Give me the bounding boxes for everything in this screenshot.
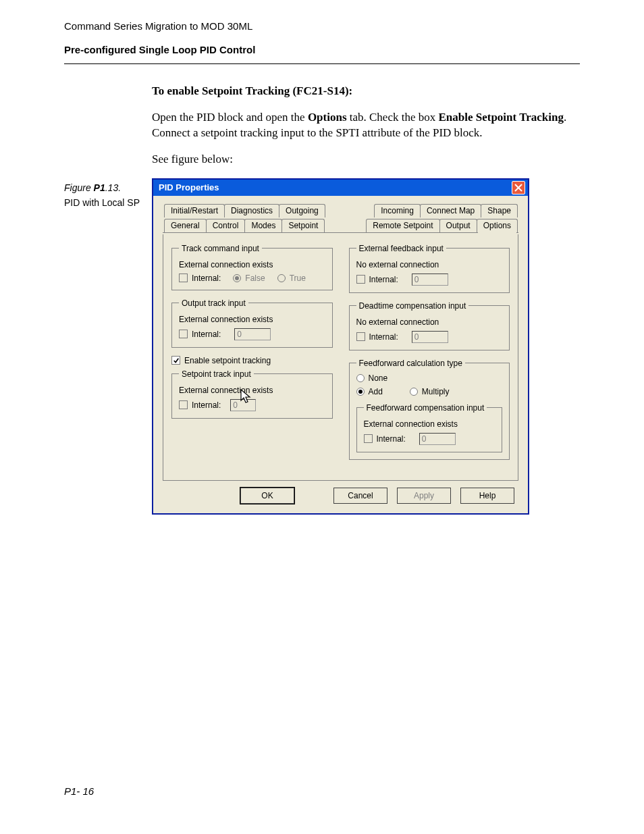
checkbox-internal[interactable] bbox=[179, 330, 188, 338]
radio-multiply[interactable] bbox=[410, 388, 418, 396]
legend: Feedforward calculation type bbox=[356, 359, 465, 368]
legend: Deadtime compensation input bbox=[356, 301, 469, 311]
status-text: External connection exists bbox=[179, 260, 325, 269]
paragraph-2: See figure below: bbox=[152, 152, 580, 167]
status-text: External connection exists bbox=[179, 386, 325, 395]
checkbox-internal[interactable] bbox=[356, 332, 365, 341]
group-external-feedback-input: External feedback input No external conn… bbox=[349, 244, 510, 293]
label-internal: Internal: bbox=[192, 273, 221, 283]
label-add: Add bbox=[369, 387, 383, 396]
figure-caption: PID with Local SP bbox=[64, 197, 145, 208]
p1d: Enable Setpoint Tracking bbox=[438, 111, 563, 124]
figure-label: Figure P1.13. bbox=[64, 182, 145, 193]
legend: Feedforward compensation input bbox=[364, 403, 487, 413]
ok-button[interactable]: OK bbox=[240, 488, 294, 504]
group-track-command-input: Track command input External connection … bbox=[171, 244, 333, 290]
status-text: External connection exists bbox=[364, 419, 495, 429]
tab-setpoint[interactable]: Setpoint bbox=[281, 219, 325, 232]
tab-connect-map[interactable]: Connect Map bbox=[420, 204, 481, 217]
fl-a: Figure bbox=[64, 182, 94, 193]
label-true: True bbox=[290, 273, 306, 283]
tab-outgoing[interactable]: Outgoing bbox=[279, 204, 325, 217]
cancel-button[interactable]: Cancel bbox=[333, 488, 387, 504]
group-setpoint-track-input: Setpoint track input External connection… bbox=[171, 369, 333, 419]
group-feedforward-compensation-input: Feedforward compensation input External … bbox=[356, 403, 503, 452]
tab-incoming[interactable]: Incoming bbox=[374, 204, 421, 217]
p1a: Open the PID block and open the bbox=[152, 111, 308, 124]
legend: External feedback input bbox=[356, 244, 446, 253]
apply-button[interactable]: Apply bbox=[397, 488, 451, 504]
value-box[interactable]: 0 bbox=[412, 273, 448, 286]
titlebar[interactable]: PID Properties bbox=[153, 180, 528, 196]
checkbox-internal[interactable] bbox=[179, 273, 188, 282]
legend: Output track input bbox=[179, 298, 248, 308]
checkbox-internal[interactable] bbox=[364, 434, 373, 443]
fl-b: P1 bbox=[94, 182, 105, 193]
tab-control[interactable]: Control bbox=[206, 219, 246, 232]
value-box[interactable]: 0 bbox=[230, 399, 256, 411]
tab-diagnostics[interactable]: Diagnostics bbox=[224, 204, 279, 217]
tab-output[interactable]: Output bbox=[439, 219, 477, 232]
fl-c: .13. bbox=[105, 182, 121, 193]
radio-false[interactable] bbox=[233, 274, 241, 282]
page-number: P1- 16 bbox=[64, 785, 94, 797]
pid-properties-dialog: PID Properties Initial/Restart Diagnosti… bbox=[152, 178, 529, 515]
status-text: No external connection bbox=[356, 317, 503, 327]
section-title: Pre-configured Single Loop PID Control bbox=[64, 44, 580, 55]
radio-true[interactable] bbox=[277, 274, 286, 282]
group-output-track-input: Output track input External connection e… bbox=[171, 298, 333, 348]
p1c: tab. Check the box bbox=[347, 111, 439, 124]
label-enable-setpoint-tracking: Enable setpoint tracking bbox=[184, 356, 271, 365]
window-title: PID Properties bbox=[159, 182, 219, 192]
tab-modes[interactable]: Modes bbox=[244, 219, 282, 232]
legend: Track command input bbox=[179, 244, 262, 253]
label-internal: Internal: bbox=[377, 434, 406, 444]
label-internal: Internal: bbox=[192, 330, 221, 339]
label-internal: Internal: bbox=[369, 332, 398, 342]
paragraph-1: Open the PID block and open the Options … bbox=[152, 110, 580, 141]
group-feedforward-calc-type: Feedforward calculation type None Add bbox=[349, 359, 510, 460]
value-box[interactable]: 0 bbox=[234, 328, 271, 340]
value-box[interactable]: 0 bbox=[412, 331, 448, 343]
group-deadtime-compensation-input: Deadtime compensation input No external … bbox=[349, 301, 510, 350]
label-multiply: Multiply bbox=[422, 387, 450, 396]
label-none: None bbox=[369, 373, 388, 383]
radio-none[interactable] bbox=[356, 374, 365, 382]
doc-title: Command Series Migration to MOD 30ML bbox=[64, 20, 580, 32]
rule bbox=[64, 63, 580, 64]
value-box[interactable]: 0 bbox=[419, 433, 456, 445]
label-false: False bbox=[245, 273, 265, 283]
checkbox-enable-setpoint-tracking[interactable] bbox=[171, 356, 180, 365]
checkbox-internal[interactable] bbox=[179, 400, 188, 409]
legend: Setpoint track input bbox=[179, 369, 254, 379]
heading: To enable Setpoint Tracking (FC21-S14): bbox=[152, 84, 580, 98]
status-text: No external connection bbox=[356, 260, 503, 269]
close-icon[interactable] bbox=[512, 181, 525, 194]
radio-add[interactable] bbox=[356, 388, 365, 396]
tab-initial-restart[interactable]: Initial/Restart bbox=[164, 204, 225, 217]
help-button[interactable]: Help bbox=[460, 488, 514, 504]
label-internal: Internal: bbox=[369, 275, 398, 284]
tab-shape[interactable]: Shape bbox=[481, 204, 518, 217]
tab-remote-setpoint[interactable]: Remote Setpoint bbox=[366, 219, 439, 232]
checkbox-internal[interactable] bbox=[356, 275, 365, 284]
status-text: External connection exists bbox=[179, 315, 325, 324]
label-internal: Internal: bbox=[192, 400, 221, 410]
tab-general[interactable]: General bbox=[164, 219, 207, 232]
tab-options[interactable]: Options bbox=[477, 219, 518, 232]
p1b: Options bbox=[308, 111, 347, 124]
